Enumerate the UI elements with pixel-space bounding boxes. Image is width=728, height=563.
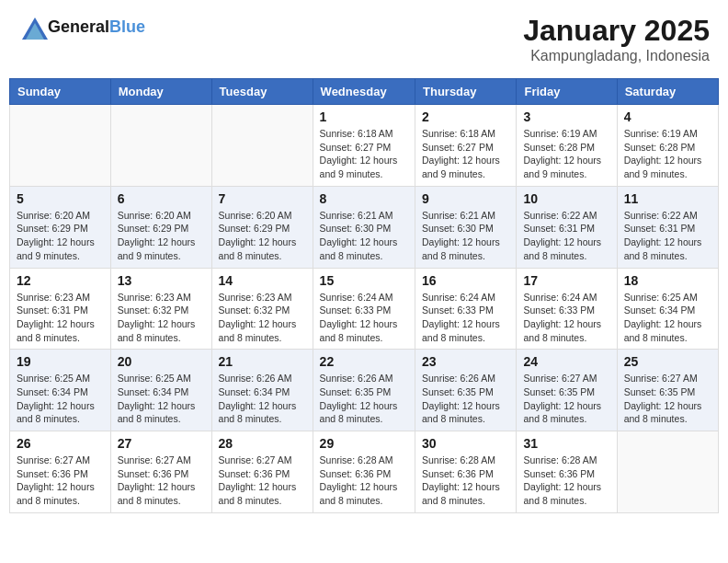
- table-row: 4Sunrise: 6:19 AM Sunset: 6:28 PM Daylig…: [617, 105, 718, 187]
- table-row: 29Sunrise: 6:28 AM Sunset: 6:36 PM Dayli…: [313, 431, 415, 513]
- table-row: 22Sunrise: 6:26 AM Sunset: 6:35 PM Dayli…: [313, 350, 415, 431]
- table-row: 18Sunrise: 6:25 AM Sunset: 6:34 PM Dayli…: [617, 268, 718, 350]
- day-number: 29: [320, 436, 408, 451]
- day-detail: Sunrise: 6:25 AM Sunset: 6:34 PM Dayligh…: [624, 291, 711, 345]
- table-row: 26Sunrise: 6:27 AM Sunset: 6:36 PM Dayli…: [10, 431, 111, 513]
- header-wednesday: Wednesday: [313, 79, 415, 105]
- day-detail: Sunrise: 6:20 AM Sunset: 6:29 PM Dayligh…: [17, 209, 104, 263]
- table-row: [10, 105, 111, 187]
- day-detail: Sunrise: 6:27 AM Sunset: 6:36 PM Dayligh…: [118, 454, 205, 508]
- month-title: January 2025: [523, 14, 710, 48]
- table-row: 15Sunrise: 6:24 AM Sunset: 6:33 PM Dayli…: [313, 268, 415, 350]
- day-number: 19: [17, 354, 104, 369]
- day-detail: Sunrise: 6:26 AM Sunset: 6:35 PM Dayligh…: [422, 372, 509, 426]
- day-detail: Sunrise: 6:18 AM Sunset: 6:27 PM Dayligh…: [320, 127, 408, 181]
- title-block: January 2025 Kampungladang, Indonesia: [523, 14, 710, 64]
- table-row: 3Sunrise: 6:19 AM Sunset: 6:28 PM Daylig…: [517, 105, 617, 187]
- day-detail: Sunrise: 6:21 AM Sunset: 6:30 PM Dayligh…: [320, 209, 408, 263]
- calendar-week-row: 26Sunrise: 6:27 AM Sunset: 6:36 PM Dayli…: [10, 431, 719, 513]
- day-detail: Sunrise: 6:20 AM Sunset: 6:29 PM Dayligh…: [118, 209, 205, 263]
- day-detail: Sunrise: 6:21 AM Sunset: 6:30 PM Dayligh…: [422, 209, 509, 263]
- day-number: 28: [219, 436, 306, 451]
- table-row: 16Sunrise: 6:24 AM Sunset: 6:33 PM Dayli…: [415, 268, 517, 350]
- calendar-week-row: 12Sunrise: 6:23 AM Sunset: 6:31 PM Dayli…: [10, 268, 719, 350]
- table-row: 25Sunrise: 6:27 AM Sunset: 6:35 PM Dayli…: [617, 350, 718, 431]
- day-number: 9: [422, 191, 509, 206]
- day-number: 1: [320, 109, 408, 124]
- table-row: 8Sunrise: 6:21 AM Sunset: 6:30 PM Daylig…: [313, 186, 415, 268]
- day-detail: Sunrise: 6:24 AM Sunset: 6:33 PM Dayligh…: [523, 291, 609, 345]
- day-detail: Sunrise: 6:18 AM Sunset: 6:27 PM Dayligh…: [422, 127, 509, 181]
- table-row: 21Sunrise: 6:26 AM Sunset: 6:34 PM Dayli…: [211, 350, 313, 431]
- header-monday: Monday: [110, 79, 211, 105]
- table-row: 5Sunrise: 6:20 AM Sunset: 6:29 PM Daylig…: [10, 186, 111, 268]
- table-row: 23Sunrise: 6:26 AM Sunset: 6:35 PM Dayli…: [415, 350, 517, 431]
- table-row: 27Sunrise: 6:27 AM Sunset: 6:36 PM Dayli…: [110, 431, 211, 513]
- day-number: 12: [17, 273, 104, 288]
- table-row: 11Sunrise: 6:22 AM Sunset: 6:31 PM Dayli…: [617, 186, 718, 268]
- table-row: 1Sunrise: 6:18 AM Sunset: 6:27 PM Daylig…: [313, 105, 415, 187]
- table-row: 17Sunrise: 6:24 AM Sunset: 6:33 PM Dayli…: [517, 268, 617, 350]
- table-row: 14Sunrise: 6:23 AM Sunset: 6:32 PM Dayli…: [211, 268, 313, 350]
- table-row: 20Sunrise: 6:25 AM Sunset: 6:34 PM Dayli…: [110, 350, 211, 431]
- table-row: 19Sunrise: 6:25 AM Sunset: 6:34 PM Dayli…: [10, 350, 111, 431]
- day-detail: Sunrise: 6:23 AM Sunset: 6:31 PM Dayligh…: [17, 291, 104, 345]
- table-row: [617, 431, 718, 513]
- calendar-week-row: 5Sunrise: 6:20 AM Sunset: 6:29 PM Daylig…: [10, 186, 719, 268]
- day-number: 20: [118, 354, 205, 369]
- day-detail: Sunrise: 6:26 AM Sunset: 6:35 PM Dayligh…: [320, 372, 408, 426]
- table-row: 12Sunrise: 6:23 AM Sunset: 6:31 PM Dayli…: [10, 268, 111, 350]
- table-row: [110, 105, 211, 187]
- day-detail: Sunrise: 6:23 AM Sunset: 6:32 PM Dayligh…: [118, 291, 205, 345]
- table-row: 7Sunrise: 6:20 AM Sunset: 6:29 PM Daylig…: [211, 186, 313, 268]
- table-row: 30Sunrise: 6:28 AM Sunset: 6:36 PM Dayli…: [415, 431, 517, 513]
- table-row: 6Sunrise: 6:20 AM Sunset: 6:29 PM Daylig…: [110, 186, 211, 268]
- day-detail: Sunrise: 6:28 AM Sunset: 6:36 PM Dayligh…: [320, 454, 408, 508]
- day-number: 26: [17, 436, 104, 451]
- day-number: 7: [219, 191, 306, 206]
- day-number: 5: [17, 191, 104, 206]
- day-detail: Sunrise: 6:27 AM Sunset: 6:35 PM Dayligh…: [523, 372, 609, 426]
- day-number: 10: [523, 191, 609, 206]
- day-detail: Sunrise: 6:19 AM Sunset: 6:28 PM Dayligh…: [523, 127, 609, 181]
- day-detail: Sunrise: 6:28 AM Sunset: 6:36 PM Dayligh…: [422, 454, 509, 508]
- day-number: 22: [320, 354, 408, 369]
- day-detail: Sunrise: 6:22 AM Sunset: 6:31 PM Dayligh…: [624, 209, 711, 263]
- day-number: 3: [523, 109, 609, 124]
- header-sunday: Sunday: [10, 79, 111, 105]
- page-header: GeneralBlue January 2025 Kampungladang, …: [9, 9, 719, 69]
- table-row: 13Sunrise: 6:23 AM Sunset: 6:32 PM Dayli…: [110, 268, 211, 350]
- day-detail: Sunrise: 6:27 AM Sunset: 6:36 PM Dayligh…: [17, 454, 104, 508]
- day-number: 11: [624, 191, 711, 206]
- day-number: 23: [422, 354, 509, 369]
- table-row: 2Sunrise: 6:18 AM Sunset: 6:27 PM Daylig…: [415, 105, 517, 187]
- day-number: 25: [624, 354, 711, 369]
- day-detail: Sunrise: 6:23 AM Sunset: 6:32 PM Dayligh…: [219, 291, 306, 345]
- header-friday: Friday: [517, 79, 617, 105]
- day-number: 8: [320, 191, 408, 206]
- day-number: 6: [118, 191, 205, 206]
- day-detail: Sunrise: 6:28 AM Sunset: 6:36 PM Dayligh…: [523, 454, 609, 508]
- calendar-header-row: Sunday Monday Tuesday Wednesday Thursday…: [10, 79, 719, 105]
- day-detail: Sunrise: 6:24 AM Sunset: 6:33 PM Dayligh…: [422, 291, 509, 345]
- location: Kampungladang, Indonesia: [523, 48, 710, 64]
- day-number: 30: [422, 436, 509, 451]
- day-detail: Sunrise: 6:22 AM Sunset: 6:31 PM Dayligh…: [523, 209, 609, 263]
- day-detail: Sunrise: 6:25 AM Sunset: 6:34 PM Dayligh…: [17, 372, 104, 426]
- day-number: 27: [118, 436, 205, 451]
- day-number: 31: [523, 436, 609, 451]
- logo-icon: [18, 14, 46, 41]
- header-thursday: Thursday: [415, 79, 517, 105]
- day-number: 14: [219, 273, 306, 288]
- header-tuesday: Tuesday: [211, 79, 313, 105]
- day-number: 13: [118, 273, 205, 288]
- calendar-table: Sunday Monday Tuesday Wednesday Thursday…: [9, 78, 719, 513]
- table-row: 9Sunrise: 6:21 AM Sunset: 6:30 PM Daylig…: [415, 186, 517, 268]
- day-detail: Sunrise: 6:20 AM Sunset: 6:29 PM Dayligh…: [219, 209, 306, 263]
- day-number: 18: [624, 273, 711, 288]
- day-number: 16: [422, 273, 509, 288]
- day-detail: Sunrise: 6:27 AM Sunset: 6:35 PM Dayligh…: [624, 372, 711, 426]
- day-number: 2: [422, 109, 509, 124]
- day-number: 24: [523, 354, 609, 369]
- table-row: 31Sunrise: 6:28 AM Sunset: 6:36 PM Dayli…: [517, 431, 617, 513]
